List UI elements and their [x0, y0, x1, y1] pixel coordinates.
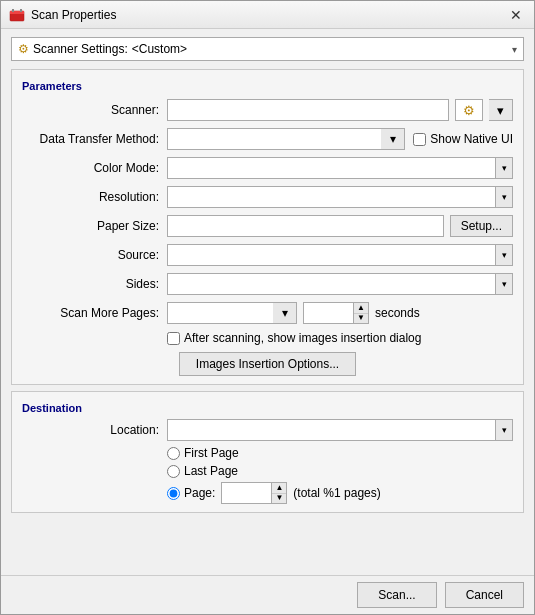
page-radio-group: First Page Last Page Page: 0 ▲ ▼: [22, 446, 513, 504]
page-row: Page: 0 ▲ ▼ (total %1 pages): [167, 482, 513, 504]
after-scan-checkbox[interactable]: [167, 332, 180, 345]
scanner-dropdown-arrow-icon: ▾: [497, 103, 504, 118]
location-row: Location: ▾: [22, 419, 513, 441]
app-icon: [9, 7, 25, 23]
page-value-input[interactable]: 0: [221, 482, 271, 504]
location-dropdown[interactable]: [167, 419, 495, 441]
images-insertion-options-button[interactable]: Images Insertion Options...: [179, 352, 356, 376]
resolution-label: Resolution:: [22, 190, 167, 204]
data-transfer-dropdown[interactable]: [167, 128, 381, 150]
scanner-settings-dropdown[interactable]: ⚙ Scanner Settings: <Custom> ▾: [11, 37, 524, 61]
scanner-settings-label: Scanner Settings:: [33, 42, 128, 56]
color-mode-label: Color Mode:: [22, 161, 167, 175]
data-transfer-dropdown-wrapper: ▾: [167, 128, 405, 150]
scan-more-arrow-button[interactable]: ▾: [273, 302, 297, 324]
spin-down-button[interactable]: ▼: [354, 314, 368, 324]
paper-size-row: Paper Size: Setup...: [22, 215, 513, 237]
resolution-row: Resolution: ▾: [22, 186, 513, 208]
page-spinner: 0 ▲ ▼: [221, 482, 287, 504]
scanner-dropdown[interactable]: [167, 99, 449, 121]
cancel-button[interactable]: Cancel: [445, 582, 524, 608]
page-radio[interactable]: [167, 487, 180, 500]
scanner-settings-arrow-icon: ▾: [512, 44, 517, 55]
source-dropdown[interactable]: [167, 244, 495, 266]
sides-dropdown-wrapper: ▾: [167, 273, 513, 295]
close-button[interactable]: ✕: [506, 5, 526, 25]
first-page-label: First Page: [184, 446, 239, 460]
destination-section-label: Destination: [22, 402, 513, 414]
location-dropdown-wrapper: ▾: [167, 419, 513, 441]
insertion-options-row: Images Insertion Options...: [22, 352, 513, 376]
destination-section: Destination Location: ▾: [11, 391, 524, 513]
total-pages-label: (total %1 pages): [293, 486, 380, 500]
parameters-section: Parameters Scanner: ⚙ ▾ Da: [11, 69, 524, 385]
page-spin-down-button[interactable]: ▼: [272, 494, 286, 504]
resolution-control: ▾: [167, 186, 513, 208]
scan-properties-window: Scan Properties ✕ ⚙ Scanner Settings: <C…: [0, 0, 535, 615]
title-bar-left: Scan Properties: [9, 7, 116, 23]
scanner-gear-button[interactable]: ⚙: [455, 99, 483, 121]
sides-dropdown[interactable]: [167, 273, 495, 295]
location-arrow-icon: ▾: [502, 425, 507, 435]
data-transfer-label: Data Transfer Method:: [22, 132, 167, 146]
data-transfer-arrow-button[interactable]: ▾: [381, 128, 405, 150]
resolution-arrow-button[interactable]: ▾: [495, 186, 513, 208]
scanner-settings-row: ⚙ Scanner Settings: <Custom> ▾: [11, 37, 524, 61]
window-title: Scan Properties: [31, 8, 116, 22]
color-mode-dropdown[interactable]: [167, 157, 495, 179]
data-transfer-arrow-icon: ▾: [390, 132, 396, 146]
scan-more-dropdown-wrapper: ▾: [167, 302, 297, 324]
last-page-radio[interactable]: [167, 465, 180, 478]
scanner-settings-gear-icon: ⚙: [18, 42, 29, 56]
last-page-radio-label[interactable]: Last Page: [167, 464, 513, 478]
source-arrow-button[interactable]: ▾: [495, 244, 513, 266]
scan-more-pages-row: Scan More Pages: ▾ ▲ ▼: [22, 302, 513, 324]
paper-size-input[interactable]: [167, 215, 444, 237]
sides-arrow-button[interactable]: ▾: [495, 273, 513, 295]
scanner-control: ⚙ ▾: [167, 99, 513, 121]
first-page-radio-label[interactable]: First Page: [167, 446, 513, 460]
color-mode-arrow-button[interactable]: ▾: [495, 157, 513, 179]
scan-more-pages-label: Scan More Pages:: [22, 306, 167, 320]
show-native-ui-label[interactable]: Show Native UI: [413, 132, 513, 146]
page-radio-label[interactable]: Page:: [167, 486, 215, 500]
scan-button[interactable]: Scan...: [357, 582, 436, 608]
page-spin-arrows: ▲ ▼: [271, 482, 287, 504]
footer: Scan... Cancel: [1, 575, 534, 614]
spin-arrows: ▲ ▼: [353, 302, 369, 324]
after-scan-row: After scanning, show images insertion di…: [22, 331, 513, 345]
first-page-radio[interactable]: [167, 447, 180, 460]
paper-size-label: Paper Size:: [22, 219, 167, 233]
main-content: ⚙ Scanner Settings: <Custom> ▾ Parameter…: [1, 29, 534, 575]
show-native-ui-text: Show Native UI: [430, 132, 513, 146]
seconds-input[interactable]: [303, 302, 353, 324]
spin-up-button[interactable]: ▲: [354, 303, 368, 314]
last-page-label: Last Page: [184, 464, 238, 478]
scan-more-dropdown[interactable]: [167, 302, 273, 324]
color-mode-row: Color Mode: ▾: [22, 157, 513, 179]
color-mode-dropdown-wrapper: ▾: [167, 157, 513, 179]
source-label: Source:: [22, 248, 167, 262]
paper-size-control: Setup...: [167, 215, 513, 237]
scanner-settings-value: <Custom>: [128, 42, 512, 56]
color-mode-control: ▾: [167, 157, 513, 179]
source-arrow-icon: ▾: [502, 250, 507, 260]
source-dropdown-wrapper: ▾: [167, 244, 513, 266]
setup-button[interactable]: Setup...: [450, 215, 513, 237]
scan-more-arrow-icon: ▾: [282, 306, 288, 320]
data-transfer-row: Data Transfer Method: ▾ Show Native UI: [22, 128, 513, 150]
svg-rect-2: [12, 9, 14, 12]
color-mode-arrow-icon: ▾: [502, 163, 507, 173]
page-label-text: Page:: [184, 486, 215, 500]
sides-control: ▾: [167, 273, 513, 295]
location-arrow-button[interactable]: ▾: [495, 419, 513, 441]
show-native-ui-checkbox[interactable]: [413, 133, 426, 146]
page-spin-up-button[interactable]: ▲: [272, 483, 286, 494]
scanner-dropdown-button[interactable]: ▾: [489, 99, 513, 121]
scanner-label: Scanner:: [22, 103, 167, 117]
sides-row: Sides: ▾: [22, 273, 513, 295]
resolution-dropdown[interactable]: [167, 186, 495, 208]
data-transfer-control: ▾ Show Native UI: [167, 128, 513, 150]
seconds-label: seconds: [375, 306, 420, 320]
scanner-gear-icon: ⚙: [463, 103, 475, 118]
